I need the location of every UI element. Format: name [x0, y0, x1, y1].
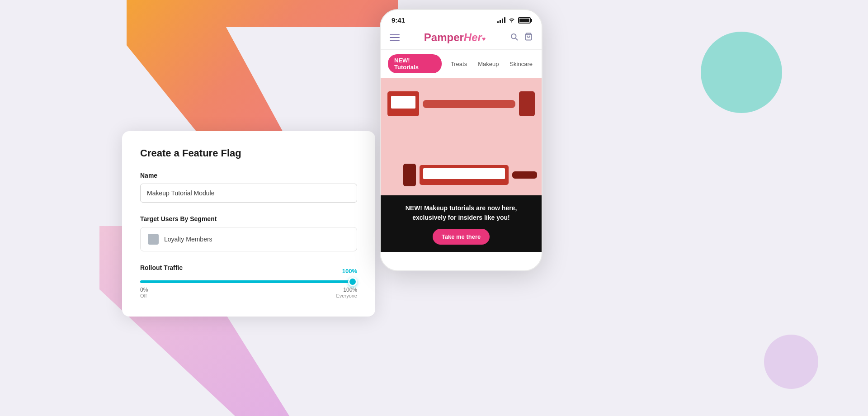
slider-min-label: 0%	[140, 287, 148, 293]
signal-bar-2	[500, 20, 501, 23]
svg-point-1	[764, 335, 818, 389]
product-stroke-1	[423, 100, 515, 108]
nav-tab-makeup[interactable]: Makeup	[476, 58, 500, 70]
feature-flag-card: Create a Feature Flag Name Target Users …	[122, 131, 375, 317]
promo-banner: NEW! Makeup tutorials are now here, excl…	[381, 195, 542, 252]
header-actions	[510, 33, 533, 43]
status-icons	[497, 17, 531, 24]
slider-max-label: 100%	[343, 287, 357, 293]
name-label: Name	[140, 172, 357, 179]
signal-bar-4	[504, 17, 505, 23]
rollout-section: Rollout Traffic 100% 0% Off 100% Everyon…	[140, 264, 357, 298]
svg-line-3	[515, 38, 517, 40]
segment-section: Target Users By Segment Loyalty Members	[140, 215, 357, 251]
segment-value: Loyalty Members	[164, 236, 212, 243]
product-tube-1	[387, 91, 419, 116]
product-flat-tube	[420, 165, 509, 185]
logo-her-text: Her	[464, 31, 482, 43]
makeup-background	[381, 78, 542, 195]
slider-thumb[interactable]	[348, 277, 357, 286]
hamburger-menu-icon[interactable]	[390, 34, 400, 41]
app-nav: NEW! Tutorials Treats Makeup Skincare	[381, 50, 542, 78]
product-image-area	[381, 78, 542, 195]
nav-tab-skincare[interactable]: Skincare	[508, 58, 534, 70]
slider-container: 100%	[140, 280, 357, 283]
search-icon[interactable]	[510, 33, 518, 43]
product-stroke-2	[512, 171, 537, 179]
feature-flag-name-input[interactable]	[140, 184, 357, 203]
segment-label: Target Users By Segment	[140, 215, 357, 222]
promo-text: NEW! Makeup tutorials are now here, excl…	[390, 203, 533, 222]
slider-right-group: 100% Everyone	[336, 287, 357, 298]
segment-box[interactable]: Loyalty Members	[140, 227, 357, 251]
segment-color-indicator	[148, 234, 159, 245]
signal-bar-3	[502, 19, 503, 23]
logo-pamper-text: Pamper	[424, 31, 464, 43]
slider-tooltip: 100%	[342, 268, 357, 274]
app-header: PamperHer♥	[381, 28, 542, 50]
nav-tab-tutorials[interactable]: NEW! Tutorials	[388, 54, 442, 73]
promo-button[interactable]: Take me there	[433, 229, 490, 245]
status-time: 9:41	[392, 16, 405, 24]
svg-point-0	[701, 32, 782, 113]
card-title: Create a Feature Flag	[140, 147, 357, 159]
cart-icon[interactable]	[524, 33, 533, 43]
signal-bar-1	[497, 21, 499, 23]
slider-track	[140, 280, 357, 283]
product-tube-2	[403, 164, 416, 186]
slider-everyone-label: Everyone	[336, 293, 357, 298]
battery-icon	[518, 17, 531, 24]
slider-left-group: 0% Off	[140, 287, 148, 298]
logo-dot: ♥	[482, 35, 486, 43]
product-tube-small	[519, 91, 535, 116]
nav-tab-treats[interactable]: Treats	[449, 58, 469, 70]
slider-labels: 0% Off 100% Everyone	[140, 287, 357, 298]
phone-mockup: 9:41 PamperHer♥	[380, 9, 542, 271]
wifi-icon	[508, 17, 515, 24]
rollout-label: Rollout Traffic	[140, 264, 357, 271]
status-bar: 9:41	[381, 10, 542, 28]
slider-off-label: Off	[140, 293, 148, 298]
signal-bars-icon	[497, 17, 505, 23]
app-logo: PamperHer♥	[424, 31, 486, 44]
